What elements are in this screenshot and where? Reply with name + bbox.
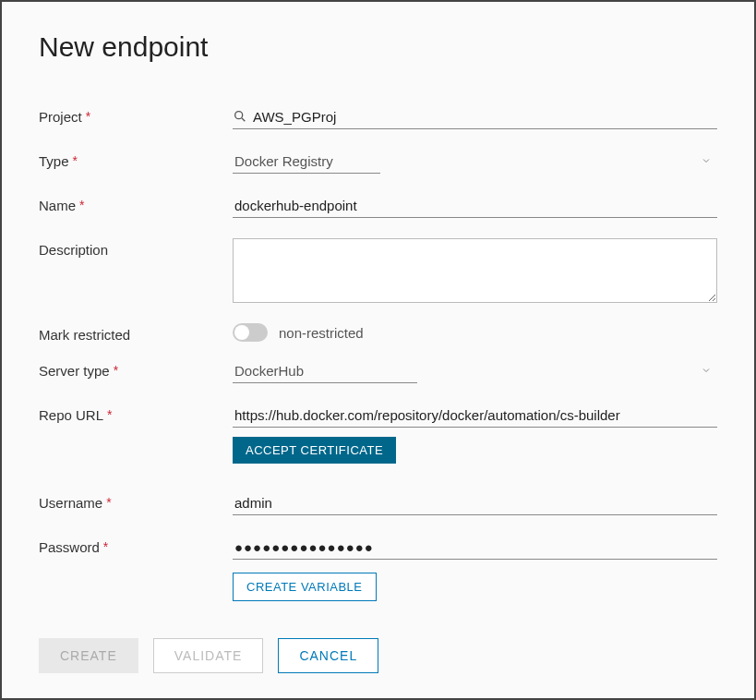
username-input[interactable] xyxy=(233,491,717,515)
username-label: Username* xyxy=(39,491,233,511)
page-title: New endpoint xyxy=(39,31,717,63)
svg-point-0 xyxy=(235,112,243,119)
description-label: Description xyxy=(39,238,233,258)
repo-url-input[interactable] xyxy=(233,404,717,428)
accept-certificate-button[interactable]: ACCEPT CERTIFICATE xyxy=(233,437,396,464)
server-type-label: Server type* xyxy=(39,359,233,379)
toggle-knob xyxy=(234,325,249,340)
description-textarea[interactable] xyxy=(233,238,717,303)
footer-actions: CREATE VALIDATE CANCEL xyxy=(39,638,717,673)
repo-url-label: Repo URL* xyxy=(39,404,233,423)
type-label: Type* xyxy=(39,150,233,169)
project-input[interactable] xyxy=(233,105,717,129)
password-label: Password* xyxy=(39,536,233,555)
server-type-select[interactable] xyxy=(233,359,417,383)
new-endpoint-dialog: New endpoint Project* Type* Name* xyxy=(0,0,756,700)
password-input[interactable] xyxy=(233,536,717,560)
search-icon xyxy=(233,109,247,124)
name-label: Name* xyxy=(39,194,233,213)
validate-button[interactable]: VALIDATE xyxy=(153,638,264,673)
chevron-down-icon xyxy=(701,155,712,166)
restricted-toggle[interactable] xyxy=(233,323,268,342)
chevron-down-icon xyxy=(701,365,712,376)
create-variable-button[interactable]: CREATE VARIABLE xyxy=(233,573,377,601)
project-label: Project* xyxy=(39,105,233,125)
name-input[interactable] xyxy=(233,194,717,218)
create-button[interactable]: CREATE xyxy=(39,638,138,673)
mark-restricted-label: Mark restricted xyxy=(39,323,233,343)
type-select[interactable] xyxy=(233,150,380,174)
cancel-button[interactable]: CANCEL xyxy=(278,638,378,673)
restricted-state-label: non-restricted xyxy=(279,325,364,341)
svg-line-1 xyxy=(242,118,245,121)
